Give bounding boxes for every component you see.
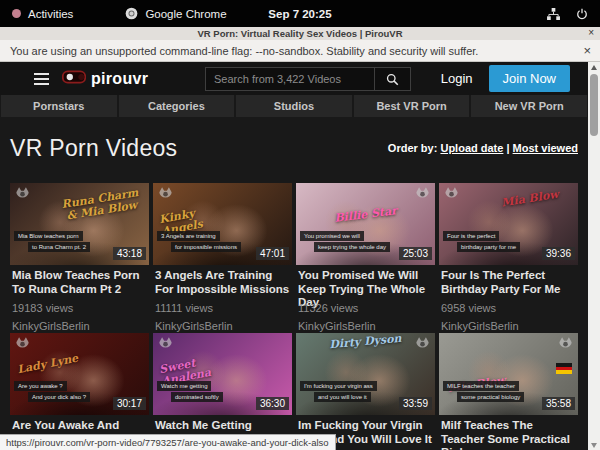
video-thumbnail[interactable]: Mia BlowFour is the perfectbirthday part… xyxy=(439,183,578,265)
duration-badge: 36:30 xyxy=(256,397,289,410)
activities-button[interactable]: Activities xyxy=(12,8,73,20)
video-card[interactable]: Dirty DysonI'm fucking your virgin assan… xyxy=(296,333,435,450)
german-flag-icon xyxy=(556,363,572,374)
duration-badge: 35:58 xyxy=(542,397,575,410)
scrollbar-down-arrow-icon[interactable] xyxy=(588,440,600,450)
video-grid: Runa Charm & Mia BlowMia Blow teaches po… xyxy=(10,183,578,450)
thumbnail-overlay-title: Kinky Angels xyxy=(158,200,238,238)
video-title-link[interactable]: 3 Angels Are Training For Impossible Mis… xyxy=(155,269,290,296)
thumbnail-caption: You promised we willkeep trying the whol… xyxy=(300,230,390,252)
video-title-link[interactable]: Milf Teaches The Teacher Some Practical … xyxy=(441,419,576,446)
order-by-label: Order by: xyxy=(388,142,438,154)
clock[interactable]: Sep 7 20:25 xyxy=(0,8,600,20)
thumbnail-caption: 3 Angels are trainingfor impossible miss… xyxy=(157,230,241,252)
video-title-link[interactable]: Mia Blow Teaches Porn To Runa Charm Pt 2 xyxy=(12,269,147,296)
duration-badge: 33:59 xyxy=(399,397,432,410)
tab-title: VR Porn: Virtual Reality Sex Videos | Pi… xyxy=(197,28,402,39)
infobar-message: You are using an unsupported command-lin… xyxy=(10,45,478,57)
thumbnail-overlay-title: Runa Charm & Mia Blow xyxy=(56,186,145,223)
browser-viewport: pirouvr Login Join Now PornstarsCategori… xyxy=(0,62,600,450)
main-nav-menu: PornstarsCategoriesStudiosBest VR PornNe… xyxy=(0,95,588,117)
studio-link[interactable]: KinkyGirlsBerlin xyxy=(441,320,576,333)
video-card[interactable]: Sweet AnalenaWatch me gettingdominated s… xyxy=(153,333,292,450)
video-card[interactable]: Lady LyneAre you awake ?And your dick al… xyxy=(10,333,149,450)
join-now-button[interactable]: Join Now xyxy=(489,65,570,92)
video-thumbnail[interactable]: Runa Charm & Mia BlowMia Blow teaches po… xyxy=(10,183,149,265)
video-card[interactable]: Mia BlowMILF teaches the teachersome pra… xyxy=(439,333,578,450)
thumbnail-caption: I'm fucking your virgin assand you will … xyxy=(300,380,377,402)
video-thumbnail[interactable]: Mia BlowMILF teaches the teachersome pra… xyxy=(439,333,578,415)
menu-item-studios[interactable]: Studios xyxy=(236,95,352,117)
scrollbar-up-arrow-icon[interactable] xyxy=(588,62,600,72)
search-bar xyxy=(205,67,411,91)
power-icon[interactable] xyxy=(576,8,588,20)
search-icon xyxy=(386,73,399,86)
duration-badge: 43:18 xyxy=(113,247,146,260)
menu-item-categories[interactable]: Categories xyxy=(119,95,235,117)
studio-cat-logo-icon xyxy=(157,186,174,205)
order-link-upload-date[interactable]: Upload date xyxy=(440,142,503,154)
video-thumbnail[interactable]: Sweet AnalenaWatch me gettingdominated s… xyxy=(153,333,292,415)
menu-item-best-vr-porn[interactable]: Best VR Porn xyxy=(354,95,470,117)
video-card[interactable]: Runa Charm & Mia BlowMia Blow teaches po… xyxy=(10,183,149,333)
video-thumbnail[interactable]: Billie StarYou promised we willkeep tryi… xyxy=(296,183,435,265)
studio-cat-logo-icon xyxy=(14,336,31,355)
thumbnail-caption: Watch me gettingdominated softly xyxy=(157,380,223,402)
video-card[interactable]: Mia BlowFour is the perfectbirthday part… xyxy=(439,183,578,333)
thumbnail-overlay-title: Sweet Analena xyxy=(158,350,238,388)
site-logo[interactable]: pirouvr xyxy=(62,70,148,88)
logo-text: pirouvr xyxy=(91,70,148,88)
order-by-controls: Order by: Upload date | Most viewed xyxy=(388,142,578,154)
studio-cat-logo-icon xyxy=(443,186,460,205)
tab-close-icon[interactable]: × xyxy=(588,27,594,38)
video-card[interactable]: Billie StarYou promised we willkeep tryi… xyxy=(296,183,435,333)
thumbnail-caption: Four is the perfectbirthday party for me xyxy=(443,230,520,252)
thumbnail-caption: Mia Blow teaches pornto Runa Charm pt. 2 xyxy=(14,230,90,252)
network-tree-icon[interactable] xyxy=(547,8,560,20)
thumbnail-overlay-title: Dirty Dyson xyxy=(321,333,411,352)
video-title-link[interactable]: You Promised We Will Keep Trying The Who… xyxy=(298,269,433,296)
video-views: 6958 views xyxy=(441,302,576,315)
studio-cat-logo-icon xyxy=(157,336,174,355)
studio-link[interactable]: KinkyGirlsBerlin xyxy=(298,320,433,333)
menu-item-pornstars[interactable]: Pornstars xyxy=(1,95,117,117)
status-bar-url: https://pirouvr.com/vr-porn-video/779325… xyxy=(0,434,336,450)
thumbnail-caption: Are you awake ?And your dick also ? xyxy=(14,380,90,402)
thumbnail-caption: MILF teaches the teachersome practical b… xyxy=(443,380,524,402)
recording-dot-icon xyxy=(12,9,21,18)
video-views: 11111 views xyxy=(155,302,290,315)
duration-badge: 25:03 xyxy=(399,247,432,260)
thumbnail-overlay-title: Billie Star xyxy=(323,204,407,226)
video-card[interactable]: Kinky Angels3 Angels are trainingfor imp… xyxy=(153,183,292,333)
studio-link[interactable]: KinkyGirlsBerlin xyxy=(155,320,290,333)
search-button[interactable] xyxy=(375,67,411,91)
menu-item-new-vr-porn[interactable]: New VR Porn xyxy=(471,95,587,117)
duration-badge: 30:17 xyxy=(113,397,146,410)
page-scrollbar[interactable] xyxy=(588,62,600,450)
thumbnail-overlay-title: Mia Blow xyxy=(486,186,573,211)
thumbnail-overlay-title: Mia Blow xyxy=(448,371,532,395)
activities-label: Activities xyxy=(28,8,73,20)
order-link-most-viewed[interactable]: Most viewed xyxy=(513,142,578,154)
studio-cat-logo-icon xyxy=(14,186,31,205)
hamburger-menu-icon[interactable] xyxy=(34,70,49,88)
browser-tab-strip: VR Porn: Virtual Reality Sex Videos | Pi… xyxy=(0,27,600,40)
vr-headset-logo-icon xyxy=(62,70,86,88)
infobar-close-icon[interactable]: × xyxy=(583,44,591,57)
search-input[interactable] xyxy=(205,67,375,91)
scrollbar-thumb[interactable] xyxy=(590,74,598,136)
video-views: 19183 views xyxy=(12,302,147,315)
video-thumbnail[interactable]: Kinky Angels3 Angels are trainingfor imp… xyxy=(153,183,292,265)
login-link[interactable]: Login xyxy=(441,71,473,86)
chrome-icon xyxy=(125,7,138,20)
main-content: VR Porn Videos Order by: Upload date | M… xyxy=(0,133,588,450)
video-views: 11326 views xyxy=(298,302,433,315)
page-title: VR Porn Videos xyxy=(10,135,177,162)
duration-badge: 39:36 xyxy=(542,247,575,260)
app-name-label: Google Chrome xyxy=(145,8,226,20)
focused-app-menu[interactable]: Google Chrome xyxy=(125,7,226,20)
video-thumbnail[interactable]: Lady LyneAre you awake ?And your dick al… xyxy=(10,333,149,415)
video-thumbnail[interactable]: Dirty DysonI'm fucking your virgin assan… xyxy=(296,333,435,415)
video-title-link[interactable]: Four Is The Perfect Birthday Party For M… xyxy=(441,269,576,296)
studio-link[interactable]: KinkyGirlsBerlin xyxy=(12,320,147,333)
